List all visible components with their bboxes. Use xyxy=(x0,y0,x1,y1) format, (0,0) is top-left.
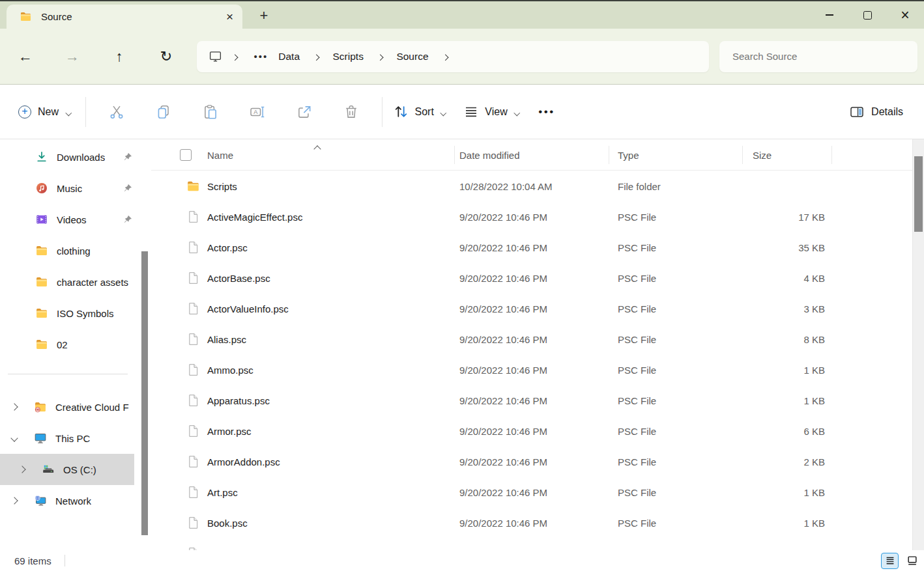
sidebar-item-label: This PC xyxy=(55,433,90,444)
sidebar-item-iso-symbols[interactable]: ISO Symbols xyxy=(0,298,151,329)
file-type: PSC File xyxy=(618,364,656,375)
sidebar-item-label: Creative Cloud F xyxy=(55,402,129,413)
breadcrumb-item-source[interactable]: Source xyxy=(392,51,432,63)
select-all-checkbox[interactable] xyxy=(180,149,192,161)
sidebar-item-label: Downloads xyxy=(57,152,105,163)
column-header-name[interactable]: Name xyxy=(207,149,233,160)
maximize-button[interactable] xyxy=(848,1,886,29)
forward-button[interactable]: → xyxy=(59,43,86,70)
file-row[interactable]: ActorValueInfo.psc 9/20/2022 10:46 PM PS… xyxy=(151,293,924,324)
file-date-modified: 9/20/2022 10:46 PM xyxy=(459,395,547,406)
file-row[interactable]: ActiveMagicEffect.psc 9/20/2022 10:46 PM… xyxy=(151,201,924,232)
sidebar-item-os-c[interactable]: OS (C:) xyxy=(0,454,134,485)
search-box[interactable] xyxy=(719,41,917,72)
file-size: 4 KB xyxy=(743,272,825,283)
column-divider[interactable] xyxy=(454,146,455,164)
file-icon xyxy=(186,301,200,315)
breadcrumb[interactable]: ••• Data Scripts Source xyxy=(197,41,709,72)
sidebar-item-videos[interactable]: Videos xyxy=(0,204,151,235)
file-date-modified: 9/20/2022 10:46 PM xyxy=(459,425,547,436)
share-button[interactable] xyxy=(288,96,321,128)
sidebar-item-label: character assets xyxy=(57,277,128,288)
file-date-modified: 9/20/2022 10:46 PM xyxy=(459,303,547,314)
details-pane-button[interactable]: Details xyxy=(849,104,903,120)
row-icon xyxy=(186,271,200,285)
file-row[interactable]: Scripts 10/28/2022 10:04 AM File folder xyxy=(151,171,924,201)
chevron-right-icon[interactable] xyxy=(12,498,20,503)
toolbar-divider xyxy=(382,97,383,127)
sidebar-item-music[interactable]: Music xyxy=(0,173,151,204)
file-row[interactable]: 9/20/2022 10:46 PM PSC File 2 KB xyxy=(151,538,924,550)
paste-button[interactable] xyxy=(194,96,227,128)
sidebar-item-downloads[interactable]: Downloads xyxy=(0,141,151,173)
chevron-down-icon[interactable] xyxy=(12,436,20,441)
this-pc-icon[interactable] xyxy=(209,49,222,63)
sidebar-item-02[interactable]: 02 xyxy=(0,329,151,360)
sidebar-item-this-pc[interactable]: This PC xyxy=(0,423,151,454)
more-options-button[interactable]: ••• xyxy=(538,105,555,118)
sidebar-item-clothing[interactable]: clothing xyxy=(0,235,151,266)
this-pc-icon xyxy=(34,432,47,445)
sort-button[interactable]: Sort xyxy=(393,104,446,120)
view-button[interactable]: View xyxy=(463,104,519,120)
sidebar-item-creative-cloud[interactable]: Creative Cloud F xyxy=(0,391,151,423)
tab-title: Source xyxy=(41,11,72,22)
file-row[interactable]: ArmorAddon.psc 9/20/2022 10:46 PM PSC Fi… xyxy=(151,446,924,477)
cut-button[interactable] xyxy=(100,96,133,128)
file-row[interactable]: ActorBase.psc 9/20/2022 10:46 PM PSC Fil… xyxy=(151,262,924,293)
column-divider[interactable] xyxy=(609,146,609,164)
file-icon xyxy=(186,240,200,254)
delete-button[interactable] xyxy=(335,96,368,128)
tab-source[interactable]: Source × xyxy=(7,5,242,29)
minimize-button[interactable] xyxy=(811,1,848,29)
up-button[interactable]: ↑ xyxy=(106,43,133,70)
folder-icon xyxy=(20,10,32,23)
file-list: Scripts 10/28/2022 10:04 AM File folder … xyxy=(151,171,924,550)
column-divider[interactable] xyxy=(831,146,832,164)
rename-button[interactable]: A xyxy=(241,96,274,128)
file-row[interactable]: Ammo.psc 9/20/2022 10:46 PM PSC File 1 K… xyxy=(151,354,924,385)
tab-close-icon[interactable]: × xyxy=(226,10,233,23)
file-row[interactable]: Art.psc 9/20/2022 10:46 PM PSC File 1 KB xyxy=(151,477,924,507)
large-icons-view-toggle[interactable] xyxy=(903,553,921,569)
refresh-button[interactable]: ↻ xyxy=(152,43,180,70)
file-row[interactable]: Actor.psc 9/20/2022 10:46 PM PSC File 35… xyxy=(151,232,924,262)
vertical-scrollbar[interactable] xyxy=(912,139,924,550)
file-type: File folder xyxy=(618,180,661,191)
close-button[interactable]: × xyxy=(886,1,924,29)
file-date-modified: 9/20/2022 10:46 PM xyxy=(459,364,547,375)
search-input[interactable] xyxy=(719,51,917,62)
new-button[interactable]: + New xyxy=(18,105,71,118)
file-row[interactable]: Book.psc 9/20/2022 10:46 PM PSC File 1 K… xyxy=(151,507,924,538)
breadcrumb-overflow-button[interactable]: ••• xyxy=(254,51,268,62)
file-row[interactable]: Alias.psc 9/20/2022 10:46 PM PSC File 8 … xyxy=(151,324,924,354)
sidebar-item-character-assets[interactable]: character assets xyxy=(0,266,151,298)
row-icon xyxy=(186,516,200,529)
details-view-toggle[interactable] xyxy=(881,553,899,569)
chevron-down-icon xyxy=(66,106,71,118)
copy-button[interactable] xyxy=(147,96,180,128)
breadcrumb-item-scripts[interactable]: Scripts xyxy=(329,51,368,63)
pin-icon xyxy=(123,152,133,162)
column-header-size[interactable]: Size xyxy=(753,149,772,160)
file-name: Actor.psc xyxy=(207,242,248,253)
file-row[interactable]: Armor.psc 9/20/2022 10:46 PM PSC File 6 … xyxy=(151,415,924,446)
column-header-date-modified[interactable]: Date modified xyxy=(459,149,520,160)
column-divider[interactable] xyxy=(742,146,743,164)
new-tab-button[interactable]: + xyxy=(255,7,272,24)
file-date-modified: 9/20/2022 10:46 PM xyxy=(459,242,547,253)
sidebar-scrollbar-thumb[interactable] xyxy=(141,251,148,535)
sidebar-item-network[interactable]: Network xyxy=(0,485,151,516)
file-row[interactable]: Apparatus.psc 9/20/2022 10:46 PM PSC Fil… xyxy=(151,385,924,415)
column-header-type[interactable]: Type xyxy=(618,149,639,160)
file-name: ActiveMagicEffect.psc xyxy=(207,211,302,222)
breadcrumb-item-data[interactable]: Data xyxy=(274,51,304,63)
chevron-right-icon[interactable] xyxy=(12,404,20,410)
scrollbar-thumb[interactable] xyxy=(914,156,923,232)
chevron-right-icon[interactable] xyxy=(20,467,27,472)
back-button[interactable]: ← xyxy=(12,43,39,70)
status-bar: 69 items xyxy=(0,550,924,571)
file-date-modified: 9/20/2022 10:46 PM xyxy=(459,211,547,222)
toolbar-divider xyxy=(85,97,86,127)
chevron-right-icon xyxy=(378,51,383,63)
